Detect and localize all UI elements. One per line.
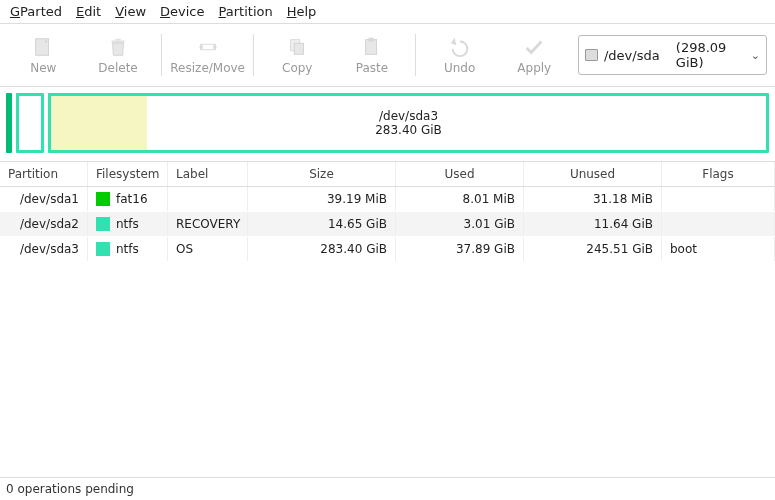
cell-label: RECOVERY <box>168 212 248 236</box>
cell-filesystem: fat16 <box>88 187 168 211</box>
menubar: GParted Edit View Device Partition Help <box>0 0 775 24</box>
paste-icon <box>360 36 384 58</box>
cell-unused: 245.51 GiB <box>524 237 662 261</box>
chevron-down-icon: ⌄ <box>751 49 760 62</box>
resize-label: Resize/Move <box>170 61 245 75</box>
cell-used: 3.01 GiB <box>396 212 524 236</box>
cell-used: 37.89 GiB <box>396 237 524 261</box>
separator <box>415 34 416 76</box>
resize-icon <box>196 36 220 58</box>
cell-filesystem: ntfs <box>88 237 168 261</box>
col-flags[interactable]: Flags <box>662 162 775 186</box>
col-unused[interactable]: Unused <box>524 162 662 186</box>
paste-button[interactable]: Paste <box>337 30 408 80</box>
menu-device[interactable]: Device <box>160 4 204 19</box>
segment-path: /dev/sda3 <box>375 109 442 123</box>
apply-button[interactable]: Apply <box>499 30 570 80</box>
device-size: (298.09 GiB) <box>676 40 743 70</box>
copy-icon <box>285 36 309 58</box>
menu-help[interactable]: Help <box>287 4 317 19</box>
table-row[interactable]: /dev/sda3ntfsOS283.40 GiB37.89 GiB245.51… <box>0 237 775 262</box>
trash-icon <box>106 36 130 58</box>
cell-size: 39.19 MiB <box>248 187 396 211</box>
svg-rect-6 <box>366 39 377 54</box>
col-filesystem[interactable]: Filesystem <box>88 162 168 186</box>
cell-label <box>168 187 248 211</box>
cell-unused: 31.18 MiB <box>524 187 662 211</box>
partition-segment-sda1[interactable] <box>6 93 12 153</box>
cell-unused: 11.64 GiB <box>524 212 662 236</box>
col-size[interactable]: Size <box>248 162 396 186</box>
new-button[interactable]: New <box>8 30 79 80</box>
separator <box>253 34 254 76</box>
status-bar: 0 operations pending <box>0 477 775 500</box>
table-row[interactable]: /dev/sda1fat1639.19 MiB8.01 MiB31.18 MiB <box>0 187 775 212</box>
apply-label: Apply <box>517 61 551 75</box>
cell-flags <box>662 212 775 236</box>
menu-gparted[interactable]: GParted <box>10 4 62 19</box>
menu-partition[interactable]: Partition <box>219 4 273 19</box>
cell-filesystem: ntfs <box>88 212 168 236</box>
col-partition[interactable]: Partition <box>0 162 88 186</box>
segment-label: /dev/sda3 283.40 GiB <box>375 109 442 137</box>
svg-rect-5 <box>294 43 303 54</box>
undo-icon <box>448 36 472 58</box>
used-fill <box>51 96 147 150</box>
separator <box>161 34 162 76</box>
fs-swatch <box>96 242 110 256</box>
col-used[interactable]: Used <box>396 162 524 186</box>
table-row[interactable]: /dev/sda2ntfsRECOVERY14.65 GiB3.01 GiB11… <box>0 212 775 237</box>
disk-map: /dev/sda3 283.40 GiB <box>0 87 775 161</box>
partition-segment-sda2[interactable] <box>16 93 44 153</box>
cell-partition: /dev/sda3 <box>0 237 88 261</box>
undo-button[interactable]: Undo <box>424 30 495 80</box>
fs-swatch <box>96 192 110 206</box>
partition-segment-sda3[interactable]: /dev/sda3 283.40 GiB <box>48 93 769 153</box>
paste-label: Paste <box>356 61 388 75</box>
partition-table: /dev/sda1fat1639.19 MiB8.01 MiB31.18 MiB… <box>0 187 775 477</box>
copy-button[interactable]: Copy <box>262 30 333 80</box>
cell-flags: boot <box>662 237 775 261</box>
new-label: New <box>30 61 56 75</box>
segment-size: 283.40 GiB <box>375 123 442 137</box>
copy-label: Copy <box>282 61 312 75</box>
disk-icon <box>585 49 598 61</box>
cell-label: OS <box>168 237 248 261</box>
apply-icon <box>522 36 546 58</box>
menu-edit[interactable]: Edit <box>76 4 101 19</box>
cell-partition: /dev/sda1 <box>0 187 88 211</box>
delete-label: Delete <box>98 61 137 75</box>
undo-label: Undo <box>444 61 475 75</box>
menu-view[interactable]: View <box>115 4 146 19</box>
new-icon <box>31 36 55 58</box>
cell-flags <box>662 187 775 211</box>
svg-rect-7 <box>368 37 374 41</box>
cell-used: 8.01 MiB <box>396 187 524 211</box>
cell-size: 14.65 GiB <box>248 212 396 236</box>
svg-rect-2 <box>115 38 121 40</box>
svg-rect-3 <box>200 44 215 50</box>
table-header: Partition Filesystem Label Size Used Unu… <box>0 161 775 187</box>
device-selector[interactable]: /dev/sda (298.09 GiB) ⌄ <box>578 35 767 75</box>
resize-button[interactable]: Resize/Move <box>170 30 245 80</box>
fs-swatch <box>96 217 110 231</box>
cell-partition: /dev/sda2 <box>0 212 88 236</box>
svg-rect-1 <box>112 40 125 43</box>
device-path: /dev/sda <box>604 48 660 63</box>
toolbar: New Delete Resize/Move Copy Paste Undo A… <box>0 24 775 87</box>
col-label[interactable]: Label <box>168 162 248 186</box>
cell-size: 283.40 GiB <box>248 237 396 261</box>
delete-button[interactable]: Delete <box>83 30 154 80</box>
